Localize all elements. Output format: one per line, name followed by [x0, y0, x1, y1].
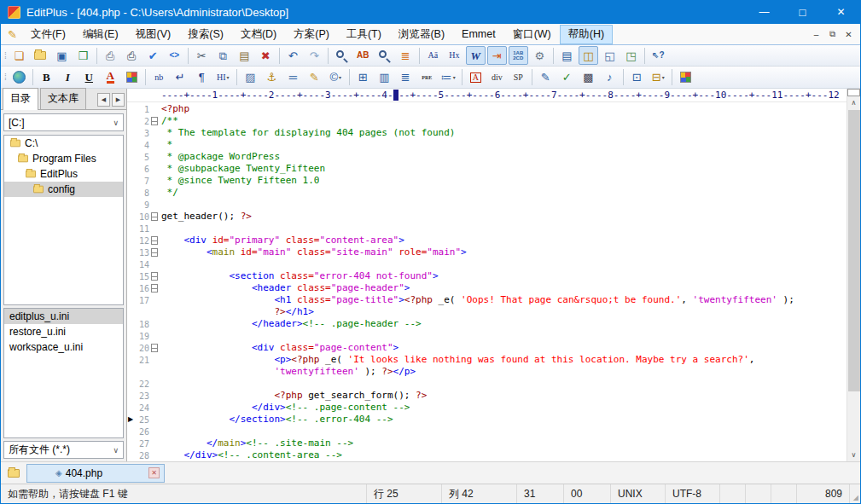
- table-button[interactable]: ⊞: [353, 68, 373, 87]
- undo-button[interactable]: ↶: [283, 46, 303, 65]
- tree-item[interactable]: EditPlus: [4, 166, 123, 182]
- copy-button[interactable]: ⧉: [213, 46, 233, 65]
- menu-document[interactable]: 文档(D): [232, 25, 285, 44]
- special-char-button[interactable]: ©: [326, 68, 346, 87]
- code-line[interactable]: 8 */: [127, 187, 846, 199]
- color-picker-button[interactable]: [122, 68, 142, 87]
- word-wrap-button[interactable]: W: [466, 46, 486, 65]
- code-line[interactable]: 12 <div id="primary" class="content-area…: [127, 235, 846, 246]
- code-line[interactable]: 3 * The template for displaying 404 page…: [127, 127, 846, 139]
- nbsp-button[interactable]: nb: [149, 68, 169, 87]
- directory-window-button[interactable]: ◫: [579, 46, 598, 65]
- fold-toggle[interactable]: [149, 344, 160, 352]
- span-tag-button[interactable]: SP: [509, 68, 528, 87]
- spell-check-button[interactable]: ✔: [143, 46, 163, 65]
- cliptext-window-button[interactable]: ▤: [557, 46, 577, 65]
- new-file-button[interactable]: ❏: [9, 46, 29, 65]
- tab-scroll-right-button[interactable]: ▶: [112, 93, 125, 107]
- menu-window[interactable]: 窗口(W): [504, 25, 560, 44]
- toolbar-grip[interactable]: ⁞: [4, 51, 5, 61]
- code-line[interactable]: 9: [127, 199, 846, 211]
- mdi-minimize-button[interactable]: –: [808, 26, 824, 42]
- mdi-close-button[interactable]: ✕: [841, 26, 857, 42]
- div-align-button[interactable]: ▥: [375, 68, 394, 87]
- menu-file[interactable]: 文件(F): [22, 25, 74, 44]
- replace-button[interactable]: AB: [353, 46, 373, 65]
- code-line[interactable]: 27 </main><!-- .site-main -->: [127, 437, 846, 449]
- sidebar-tab-cliptext[interactable]: 文本库: [40, 88, 86, 109]
- file-list-item[interactable]: workspace_u.ini: [4, 339, 123, 355]
- code-line[interactable]: 26: [127, 426, 846, 437]
- insert-image-button[interactable]: ▨: [241, 68, 260, 87]
- code-area[interactable]: 1<?php2/**3 * The template for displayin…: [127, 103, 846, 461]
- insert-video-button[interactable]: ▩: [579, 68, 598, 87]
- find-button[interactable]: [332, 46, 352, 65]
- edit-source-button[interactable]: ✎: [536, 68, 556, 87]
- code-line[interactable]: 6 * @subpackage Twenty_Fifteen: [127, 163, 846, 175]
- fold-toggle[interactable]: [149, 236, 160, 245]
- code-line[interactable]: 19: [127, 330, 846, 342]
- anchor-button[interactable]: ⚓: [262, 68, 282, 87]
- fold-toggle[interactable]: [149, 284, 160, 293]
- find-in-files-button[interactable]: [375, 46, 394, 65]
- code-line[interactable]: 4 *: [127, 139, 846, 151]
- delete-button[interactable]: ✖: [256, 46, 276, 65]
- pre-button[interactable]: PRE: [417, 68, 437, 87]
- tab-scroll-left-button[interactable]: ◀: [97, 93, 110, 107]
- a-tag-button[interactable]: A: [466, 68, 486, 87]
- split-handle[interactable]: [847, 89, 860, 96]
- menu-browser[interactable]: 浏览器(B): [390, 25, 453, 44]
- redo-button[interactable]: ↷: [305, 46, 324, 65]
- tree-item[interactable]: config: [4, 182, 123, 197]
- form-button[interactable]: ⊡: [627, 68, 647, 87]
- menu-edit[interactable]: 编辑(E): [74, 25, 127, 44]
- code-line[interactable]: 5 * @package WordPress: [127, 151, 846, 163]
- fold-toggle[interactable]: [149, 248, 160, 257]
- code-line[interactable]: 21 <p><?php _e( 'It looks like nothing w…: [127, 354, 846, 366]
- browser-window-button[interactable]: ◳: [621, 46, 641, 65]
- windows-colors-button[interactable]: [676, 68, 695, 87]
- open-file-button[interactable]: [31, 46, 50, 65]
- code-line[interactable]: 13 <main id="main" class="site-main" rol…: [127, 246, 846, 258]
- underline-button[interactable]: U: [79, 68, 99, 87]
- code-line[interactable]: 11: [127, 223, 846, 235]
- line-break-button[interactable]: ↵: [171, 68, 190, 87]
- paragraph-button[interactable]: ¶: [192, 68, 212, 87]
- center-button[interactable]: ≣: [396, 68, 416, 87]
- sidebar-tab-directory[interactable]: 目录: [3, 88, 38, 110]
- code-line[interactable]: 28 </div><!-- .content-area -->: [127, 449, 846, 461]
- menu-view[interactable]: 视图(V): [127, 25, 180, 44]
- div-tag-button[interactable]: div: [487, 68, 507, 87]
- code-line[interactable]: 23 <?php get_search_form(); ?>: [127, 390, 846, 402]
- menu-emmet[interactable]: Emmet: [453, 26, 504, 43]
- textarea-button[interactable]: ✎: [305, 68, 324, 87]
- code-line[interactable]: 14: [127, 258, 846, 270]
- scroll-down-button[interactable]: ∨: [847, 449, 860, 461]
- close-button[interactable]: ✕: [822, 0, 860, 24]
- list-button[interactable]: ≔: [439, 68, 458, 87]
- file-list-item[interactable]: editplus_u.ini: [4, 309, 123, 324]
- menu-tools[interactable]: 工具(T): [338, 25, 390, 44]
- line-number-button[interactable]: 1AB 2CD: [509, 46, 528, 65]
- preferences-button[interactable]: ⚙: [530, 46, 550, 65]
- maximize-button[interactable]: □: [783, 0, 822, 24]
- print-preview-button[interactable]: ⎙: [101, 46, 120, 65]
- close-tab-icon[interactable]: ✕: [148, 467, 160, 478]
- code-line[interactable]: 7 * @since Twenty Fifteen 1.0: [127, 175, 846, 187]
- menu-project[interactable]: 方案(P): [285, 25, 338, 44]
- mdi-restore-button[interactable]: ⧉: [824, 26, 841, 42]
- code-line[interactable]: 17 <h1 class="page-title"><?php _e( 'Oop…: [127, 294, 846, 306]
- code-line[interactable]: 15 <section class="error-404 not-found">: [127, 270, 846, 282]
- toolbar-grip[interactable]: ⁞: [4, 72, 5, 82]
- scrollbar-thumb[interactable]: [848, 110, 860, 391]
- code-line[interactable]: 20 <div class="page-content">: [127, 342, 846, 354]
- menu-help[interactable]: 帮助(H): [560, 25, 613, 44]
- html-tag-button[interactable]: <>: [165, 46, 184, 65]
- fold-toggle[interactable]: [149, 117, 160, 125]
- drive-select[interactable]: [C:] ∨: [3, 113, 124, 131]
- document-tab-404php[interactable]: ◈ 404.php ✕: [26, 464, 165, 483]
- code-line[interactable]: ▶25 </section><!-- .error-404 -->: [127, 414, 846, 426]
- file-list-item[interactable]: restore_u.ini: [4, 324, 123, 339]
- fold-toggle[interactable]: [149, 272, 160, 281]
- save-button[interactable]: ▣: [52, 46, 72, 65]
